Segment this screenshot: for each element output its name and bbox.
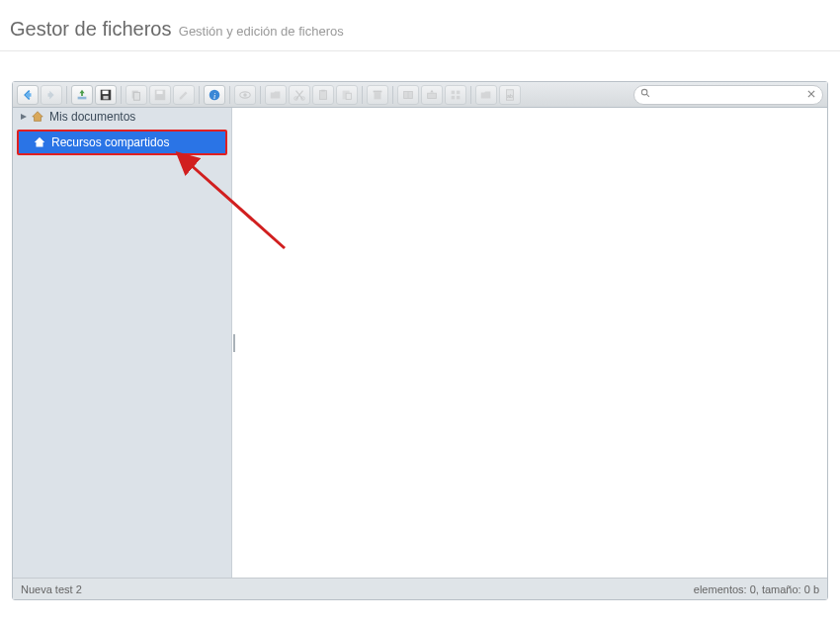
- svg-rect-2: [103, 90, 109, 94]
- svg-point-11: [243, 93, 247, 97]
- save-button[interactable]: [149, 85, 171, 105]
- svg-line-30: [646, 94, 649, 97]
- svg-rect-26: [457, 95, 461, 99]
- preview-button[interactable]: [234, 85, 256, 105]
- grid-icon: [449, 88, 462, 102]
- svg-rect-5: [133, 92, 139, 100]
- download-button[interactable]: [95, 85, 117, 105]
- home-icon: [33, 135, 46, 149]
- arrow-left-icon: [21, 88, 35, 102]
- folder-tree: Mis documentos Recursos compartidos: [13, 108, 232, 578]
- status-bar: Nueva test 2 elementos: 0, tamaño: 0 b: [13, 578, 827, 599]
- upload-button[interactable]: [71, 85, 93, 105]
- svg-rect-22: [428, 93, 437, 98]
- toolbar: i: [13, 82, 827, 108]
- eye-icon: [238, 88, 252, 102]
- new-file-button[interactable]: ab: [499, 85, 521, 105]
- home-icon: [31, 110, 44, 124]
- archive-icon: [401, 88, 415, 102]
- new-folder-button[interactable]: [475, 85, 497, 105]
- extract-icon: [425, 88, 439, 102]
- svg-rect-3: [103, 95, 108, 99]
- clipboard-icon: [316, 88, 330, 102]
- file-manager-body: Mis documentos Recursos compartidos: [13, 108, 827, 578]
- svg-text:ab: ab: [507, 92, 513, 98]
- tree-item-label: Mis documentos: [46, 110, 135, 124]
- close-icon: [806, 89, 816, 99]
- search-input[interactable]: [656, 88, 802, 102]
- status-summary: elementos: 0, tamaño: 0 b: [694, 583, 819, 595]
- status-path: Nueva test 2: [21, 583, 82, 595]
- tree-item-label: Recursos compartidos: [48, 135, 169, 149]
- trash-icon: [371, 88, 384, 102]
- info-button[interactable]: i: [204, 85, 225, 105]
- svg-rect-25: [452, 95, 456, 99]
- folder-open-icon: [269, 88, 283, 102]
- paste-button[interactable]: [336, 85, 358, 105]
- edit-button[interactable]: [173, 85, 195, 105]
- cut-button[interactable]: [289, 85, 310, 105]
- file-icon: ab: [503, 88, 517, 102]
- copy-file-icon: [129, 88, 143, 102]
- search-box[interactable]: [633, 85, 823, 105]
- magnifier-icon: [640, 88, 651, 102]
- tree-item-recursos-compartidos[interactable]: Recursos compartidos: [17, 130, 227, 155]
- file-manager-panel: i: [12, 81, 828, 600]
- svg-rect-15: [321, 89, 325, 91]
- page-title: Gestor de ficheros: [10, 18, 171, 40]
- pane-splitter[interactable]: [231, 108, 237, 578]
- page-subtitle: Gestión y edición de ficheros: [179, 24, 344, 39]
- svg-rect-14: [320, 90, 327, 99]
- select-all-button[interactable]: [445, 85, 466, 105]
- svg-rect-17: [346, 93, 351, 99]
- scissors-icon: [293, 88, 306, 102]
- file-list: [232, 108, 827, 578]
- paste-icon: [340, 88, 354, 102]
- svg-rect-19: [374, 90, 382, 92]
- svg-text:i: i: [213, 91, 215, 100]
- copyfile-button[interactable]: [126, 85, 147, 105]
- tree-item-mis-documentos[interactable]: Mis documentos: [13, 108, 231, 126]
- svg-rect-7: [157, 90, 163, 94]
- svg-rect-24: [457, 90, 461, 94]
- floppy-icon: [99, 88, 113, 102]
- upload-icon: [75, 88, 89, 102]
- svg-rect-18: [375, 92, 381, 99]
- save-icon: [153, 88, 167, 102]
- extract-button[interactable]: [421, 85, 443, 105]
- forward-button[interactable]: [41, 85, 62, 105]
- page-header: Gestor de ficheros Gestión y edición de …: [0, 0, 840, 51]
- open-button[interactable]: [265, 85, 287, 105]
- back-button[interactable]: [17, 85, 39, 105]
- pencil-icon: [177, 88, 191, 102]
- svg-rect-23: [452, 90, 456, 94]
- clear-search-button[interactable]: [806, 88, 816, 102]
- info-icon: i: [208, 88, 221, 102]
- arrow-right-icon: [44, 88, 58, 102]
- expand-icon[interactable]: [19, 112, 29, 122]
- compress-button[interactable]: [397, 85, 419, 105]
- svg-point-29: [641, 89, 647, 95]
- folder-icon: [479, 88, 493, 102]
- svg-rect-0: [78, 96, 87, 99]
- delete-button[interactable]: [367, 85, 388, 105]
- copy-button[interactable]: [312, 85, 334, 105]
